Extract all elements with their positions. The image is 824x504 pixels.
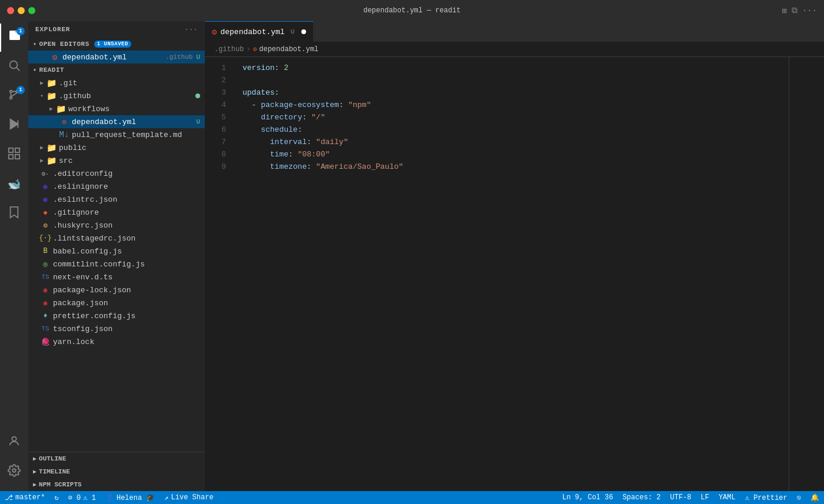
npm-scripts-panel-header[interactable]: ▶ NPM Scripts	[28, 478, 205, 491]
public-chevron: ▶	[40, 144, 44, 151]
open-editor-badge: U	[196, 54, 200, 61]
timeline-chevron: ▶	[33, 468, 36, 475]
line-num-4: 4	[205, 99, 226, 111]
file-package[interactable]: ◉ package.json	[28, 296, 205, 309]
activity-docker[interactable]: 🐋	[0, 171, 28, 199]
code-time-key: time	[270, 148, 288, 161]
editor-tab-dependabot[interactable]: ⚙ dependabot.yml U	[205, 21, 314, 42]
activity-account[interactable]	[0, 429, 28, 457]
split-editor-icon[interactable]: ⧉	[792, 6, 798, 15]
file-next-env[interactable]: TS next-env.d.ts	[28, 271, 205, 283]
activity-explorer[interactable]: 1	[0, 24, 28, 52]
file-lintstagedrc[interactable]: {·} .lintstagedrc.json	[28, 232, 205, 245]
project-chevron: ▾	[33, 66, 37, 74]
breadcrumb-file-icon: ⚙	[253, 45, 257, 53]
ts-icon: TS	[40, 272, 51, 282]
outline-panel-header[interactable]: ▶ Outline	[28, 452, 205, 465]
position-text: Ln 9, Col 36	[562, 493, 613, 502]
activity-search[interactable]	[0, 53, 28, 81]
eslintignore-icon: ◉	[40, 181, 51, 192]
status-position[interactable]: Ln 9, Col 36	[557, 491, 617, 504]
status-remote[interactable]: ⎋	[792, 491, 806, 504]
npm-scripts-chevron: ▶	[33, 481, 36, 488]
breadcrumb-sep-1: ›	[246, 45, 250, 54]
dependabot-badge: U	[196, 118, 200, 125]
status-errors-warnings[interactable]: ⊘ 0 ⚠ 1	[64, 491, 101, 504]
status-git-branch[interactable]: ⎇ master*	[0, 491, 49, 504]
status-formatter[interactable]: ⚠ Prettier	[740, 491, 792, 504]
new-file-icon[interactable]: ···	[185, 26, 198, 33]
minimize-button[interactable]	[18, 7, 25, 14]
file-gitignore[interactable]: ◆ .gitignore	[28, 206, 205, 219]
status-sync[interactable]: ↻	[49, 491, 63, 504]
status-spaces[interactable]: Spaces: 2	[618, 491, 666, 504]
status-notifications[interactable]: 🔔	[806, 491, 824, 504]
tsconfig-icon: TS	[40, 323, 51, 334]
live-share-label: Live Share	[171, 493, 214, 502]
eslintrc-name: .eslintrc.json	[53, 195, 205, 204]
file-package-lock[interactable]: ◉ package-lock.json	[28, 283, 205, 296]
layout-icon[interactable]: ⊞	[782, 6, 786, 16]
folder-github[interactable]: ▾ 📁 .github	[28, 89, 205, 102]
editorconfig-name: .editorconfig	[53, 169, 205, 178]
folder-src[interactable]: ▶ 📁 src	[28, 154, 205, 167]
file-pr-template[interactable]: M↓ pull_request_template.md	[28, 128, 205, 141]
public-folder-name: public	[59, 143, 205, 152]
activity-run[interactable]	[0, 112, 28, 140]
status-encoding[interactable]: UTF-8	[665, 491, 696, 504]
code-directory-key: directory	[261, 111, 302, 124]
svg-marker-6	[11, 119, 18, 129]
folder-public[interactable]: ▶ 📁 public	[28, 141, 205, 154]
file-prettier[interactable]: ♦ prettier.config.js	[28, 309, 205, 322]
file-eslintrc[interactable]: ◉ .eslintrc.json	[28, 193, 205, 206]
status-language[interactable]: YAML	[714, 491, 740, 504]
breadcrumb-dependabot[interactable]: ⚙ dependabot.yml	[253, 45, 318, 54]
src-folder-name: src	[59, 156, 205, 165]
maximize-button[interactable]	[28, 7, 35, 14]
sync-icon: ↻	[54, 493, 58, 502]
public-folder-icon: 📁	[46, 142, 57, 153]
breadcrumb-github[interactable]: .github	[214, 45, 244, 54]
file-huskyrc[interactable]: ⚙ .huskyrc.json	[28, 219, 205, 232]
status-live-share[interactable]: ↗ Live Share	[160, 491, 218, 504]
workflows-folder-name: workflows	[68, 105, 205, 114]
open-editors-chevron: ▾	[33, 41, 37, 48]
folder-workflows[interactable]: ▶ 📁 workflows	[28, 102, 205, 115]
errors-count: ⊘ 0	[68, 493, 81, 502]
file-yarn-lock[interactable]: 🧶 yarn.lock	[28, 335, 205, 348]
explorer-badge: 1	[16, 27, 25, 35]
activity-settings[interactable]	[0, 458, 28, 486]
activity-bookmarks[interactable]	[0, 200, 28, 228]
window-controls[interactable]	[7, 7, 35, 14]
open-editors-badge: 1 Unsaved	[94, 41, 131, 48]
open-editor-file[interactable]: ⚙ dependabot.yml .github U	[28, 51, 205, 64]
code-interval-key: interval	[270, 136, 307, 148]
status-line-ending[interactable]: LF	[696, 491, 714, 504]
open-editors-header[interactable]: ▾ Open Editors 1 Unsaved	[28, 38, 205, 51]
timeline-panel-header[interactable]: ▶ Timeline	[28, 465, 205, 478]
file-eslintignore[interactable]: ◉ .eslinignore	[28, 180, 205, 193]
code-content[interactable]: version: 2 updates: - package-ecosystem:…	[233, 57, 789, 491]
svg-point-3	[10, 97, 12, 99]
minimap	[789, 57, 824, 491]
explorer-title: Explorer	[35, 26, 70, 33]
project-header[interactable]: ▾ READIT	[28, 64, 205, 76]
folder-git[interactable]: ▶ 📁 .git	[28, 76, 205, 89]
yml-file-icon: ⚙	[49, 52, 60, 62]
activity-extensions[interactable]	[0, 141, 28, 169]
file-tsconfig[interactable]: TS tsconfig.json	[28, 322, 205, 335]
code-timezone-val: "America/Sao_Paulo"	[316, 161, 403, 173]
dependabot-icon: ⚙	[59, 116, 69, 127]
remote-icon: ⎋	[797, 493, 801, 502]
more-icon[interactable]: ···	[802, 6, 817, 15]
file-commitlint[interactable]: ◎ commitlint.config.js	[28, 258, 205, 271]
status-user[interactable]: 👤 Helena 🎓	[101, 491, 160, 504]
close-button[interactable]	[7, 7, 14, 14]
file-babel[interactable]: B babel.config.js	[28, 245, 205, 258]
file-editorconfig[interactable]: ⚙· .editorconfig	[28, 167, 205, 180]
next-env-name: next-env.d.ts	[53, 273, 205, 282]
file-dependabot[interactable]: ⚙ dependabot.yml U	[28, 115, 205, 128]
activity-source-control[interactable]: 1	[0, 82, 28, 111]
github-modified-dot	[195, 94, 200, 98]
code-editor[interactable]: 1 2 3 4 5 6 7 8 9 version: 2 updates:	[205, 57, 824, 491]
